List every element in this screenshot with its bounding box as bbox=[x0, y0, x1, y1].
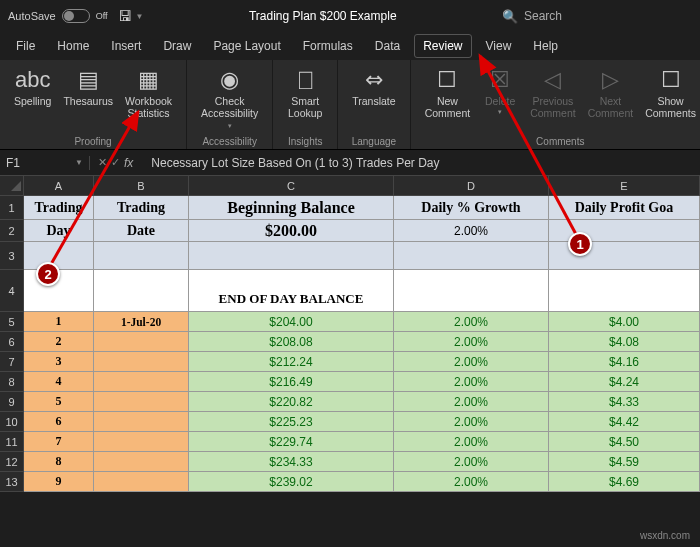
search-box[interactable]: 🔍 Search bbox=[502, 9, 692, 24]
formula-input[interactable]: Necessary Lot Size Based On (1 to 3) Tra… bbox=[147, 156, 700, 170]
tab-file[interactable]: File bbox=[8, 35, 43, 57]
autosave-toggle[interactable]: AutoSave Off bbox=[8, 9, 108, 23]
row-header[interactable]: 9 bbox=[0, 392, 24, 412]
tab-draw[interactable]: Draw bbox=[155, 35, 199, 57]
tab-help[interactable]: Help bbox=[525, 35, 566, 57]
cell[interactable] bbox=[189, 242, 394, 270]
tab-insert[interactable]: Insert bbox=[103, 35, 149, 57]
cell[interactable] bbox=[94, 452, 189, 472]
thesaurus-button[interactable]: ▤Thesaurus bbox=[57, 64, 119, 110]
check-accessibility-button[interactable]: ◉CheckAccessibility ▾ bbox=[195, 64, 264, 133]
cell[interactable]: 2.00% bbox=[394, 432, 549, 452]
cell[interactable] bbox=[94, 372, 189, 392]
cell[interactable] bbox=[394, 270, 549, 312]
cell[interactable]: 1-Jul-20 bbox=[94, 312, 189, 332]
cell[interactable]: Trading bbox=[24, 196, 94, 220]
row-header[interactable]: 10 bbox=[0, 412, 24, 432]
cell[interactable] bbox=[24, 242, 94, 270]
cancel-formula-button[interactable]: ✕ bbox=[98, 156, 107, 169]
cell[interactable]: $234.33 bbox=[189, 452, 394, 472]
col-header[interactable]: B bbox=[94, 176, 189, 196]
cell[interactable]: Date bbox=[94, 220, 189, 242]
row-header[interactable]: 2 bbox=[0, 220, 24, 242]
cell[interactable]: 9 bbox=[24, 472, 94, 492]
cell[interactable]: $204.00 bbox=[189, 312, 394, 332]
cell[interactable]: $4.16 bbox=[549, 352, 700, 372]
chevron-down-icon[interactable]: ▼ bbox=[75, 158, 83, 167]
col-header[interactable]: A bbox=[24, 176, 94, 196]
cell[interactable]: 6 bbox=[24, 412, 94, 432]
cell[interactable]: Daily % Growth bbox=[394, 196, 549, 220]
spreadsheet-grid[interactable]: A B C D E 1 Trading Trading Beginning Ba… bbox=[0, 176, 700, 492]
cell[interactable]: $4.42 bbox=[549, 412, 700, 432]
qat-dropdown-icon[interactable]: ▼ bbox=[136, 12, 144, 21]
row-header[interactable]: 3 bbox=[0, 242, 24, 270]
tab-view[interactable]: View bbox=[478, 35, 520, 57]
cell[interactable]: $208.08 bbox=[189, 332, 394, 352]
cell[interactable] bbox=[94, 332, 189, 352]
cell[interactable]: END OF DAY BALANCE bbox=[189, 270, 394, 312]
cell[interactable]: Trading bbox=[94, 196, 189, 220]
cell[interactable]: $4.69 bbox=[549, 472, 700, 492]
cell[interactable] bbox=[94, 392, 189, 412]
cell[interactable]: 2.00% bbox=[394, 392, 549, 412]
cell[interactable]: 7 bbox=[24, 432, 94, 452]
cell[interactable]: 2.00% bbox=[394, 332, 549, 352]
tab-review[interactable]: Review bbox=[414, 34, 471, 58]
row-header[interactable]: 6 bbox=[0, 332, 24, 352]
cell[interactable]: $4.24 bbox=[549, 372, 700, 392]
cell[interactable] bbox=[94, 270, 189, 312]
select-all-corner[interactable] bbox=[0, 176, 24, 196]
cell[interactable]: $200.00 bbox=[189, 220, 394, 242]
cell[interactable]: Day bbox=[24, 220, 94, 242]
cell[interactable]: $229.74 bbox=[189, 432, 394, 452]
show-comments-button[interactable]: ☐ShowComments bbox=[639, 64, 700, 121]
save-icon[interactable]: 🖫 bbox=[118, 8, 132, 24]
row-header[interactable]: 13 bbox=[0, 472, 24, 492]
cell[interactable]: 2.00% bbox=[394, 412, 549, 432]
smart-lookup-button[interactable]: ⎕SmartLookup bbox=[281, 64, 329, 121]
cell[interactable]: Daily Profit Goa bbox=[549, 196, 700, 220]
tab-data[interactable]: Data bbox=[367, 35, 408, 57]
row-header[interactable]: 12 bbox=[0, 452, 24, 472]
toggle-switch-icon[interactable] bbox=[62, 9, 90, 23]
tab-formulas[interactable]: Formulas bbox=[295, 35, 361, 57]
workbook-statistics-button[interactable]: ▦WorkbookStatistics bbox=[119, 64, 178, 121]
translate-button[interactable]: ⇔Translate bbox=[346, 64, 401, 110]
cell[interactable]: $212.24 bbox=[189, 352, 394, 372]
cell[interactable] bbox=[94, 412, 189, 432]
cell[interactable]: 2.00% bbox=[394, 312, 549, 332]
cell[interactable]: 5 bbox=[24, 392, 94, 412]
spelling-button[interactable]: abcSpelling bbox=[8, 64, 57, 110]
cell[interactable]: $225.23 bbox=[189, 412, 394, 432]
cell[interactable] bbox=[549, 270, 700, 312]
cell[interactable]: 2 bbox=[24, 332, 94, 352]
row-header[interactable]: 4 bbox=[0, 270, 24, 312]
row-header[interactable]: 11 bbox=[0, 432, 24, 452]
cell[interactable] bbox=[394, 242, 549, 270]
cell[interactable] bbox=[94, 432, 189, 452]
cell[interactable]: 2.00% bbox=[394, 372, 549, 392]
cell[interactable]: 8 bbox=[24, 452, 94, 472]
cell[interactable]: 2.00% bbox=[394, 472, 549, 492]
cell[interactable]: $4.08 bbox=[549, 332, 700, 352]
cell[interactable]: $4.33 bbox=[549, 392, 700, 412]
tab-home[interactable]: Home bbox=[49, 35, 97, 57]
cell[interactable] bbox=[94, 242, 189, 270]
cell[interactable]: 1 bbox=[24, 312, 94, 332]
cell[interactable] bbox=[94, 472, 189, 492]
cell[interactable]: $4.59 bbox=[549, 452, 700, 472]
cell[interactable]: 4 bbox=[24, 372, 94, 392]
cell[interactable] bbox=[94, 352, 189, 372]
row-header[interactable]: 5 bbox=[0, 312, 24, 332]
cell[interactable]: $220.82 bbox=[189, 392, 394, 412]
col-header[interactable]: E bbox=[549, 176, 700, 196]
cell[interactable]: 2.00% bbox=[394, 220, 549, 242]
tab-page-layout[interactable]: Page Layout bbox=[205, 35, 288, 57]
fx-icon[interactable]: fx bbox=[124, 156, 139, 170]
cell[interactable]: 3 bbox=[24, 352, 94, 372]
new-comment-button[interactable]: ☐NewComment bbox=[419, 64, 477, 121]
cell[interactable]: 2.00% bbox=[394, 352, 549, 372]
row-header[interactable]: 7 bbox=[0, 352, 24, 372]
row-header[interactable]: 8 bbox=[0, 372, 24, 392]
